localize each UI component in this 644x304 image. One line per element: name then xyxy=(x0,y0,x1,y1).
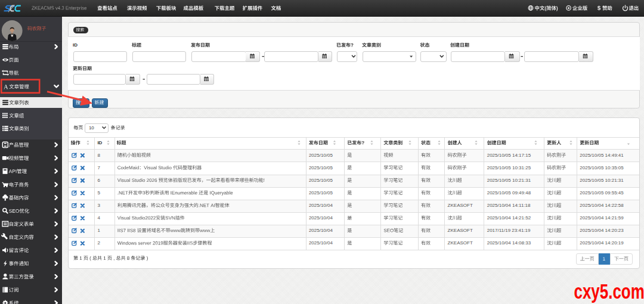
svg-text:1: 1 xyxy=(97,228,100,233)
svg-text:2025/10/04 14:08:33: 2025/10/04 14:08:33 xyxy=(487,240,531,246)
svg-text:2025/10/04: 2025/10/04 xyxy=(309,203,333,208)
svg-text:2025/10/05 14:17:15: 2025/10/05 14:17:15 xyxy=(487,153,531,158)
svg-text:3: 3 xyxy=(97,203,100,208)
svg-text:2025/10/04 14:21:52: 2025/10/04 14:21:52 xyxy=(487,215,531,221)
svg-text:2025/10/04 14:22:58: 2025/10/04 14:22:58 xyxy=(580,203,624,208)
svg-text:ZKEASOFT: ZKEASOFT xyxy=(448,203,473,208)
svg-text:2025/10/04: 2025/10/04 xyxy=(309,240,333,246)
svg-text:2025/10/04 14:21:59: 2025/10/04 14:21:59 xyxy=(580,215,624,221)
svg-text:2025/10/04 14:20:23: 2025/10/04 14:20:23 xyxy=(580,228,624,233)
svg-text:ZKEASOFT: ZKEASOFT xyxy=(448,240,473,246)
svg-text:2025/10/05: 2025/10/05 xyxy=(309,165,333,170)
svg-text:8: 8 xyxy=(97,153,100,158)
svg-text:2025/10/05 10:35:05: 2025/10/05 10:35:05 xyxy=(580,165,624,170)
svg-text:ZKEASOFT: ZKEASOFT xyxy=(448,228,473,233)
svg-text:2: 2 xyxy=(97,240,100,246)
svg-text:2025/10/05 10:21:31: 2025/10/05 10:21:31 xyxy=(487,178,531,183)
svg-text:2025/10/05 09:55:45: 2025/10/05 09:55:45 xyxy=(580,190,624,196)
svg-text:2025/10/05 10:31:25: 2025/10/05 10:31:25 xyxy=(487,165,531,170)
svg-text:10: 10 xyxy=(89,125,94,131)
svg-text:cxy5.com: cxy5.com xyxy=(574,280,644,303)
svg-text:2025/10/05: 2025/10/05 xyxy=(309,153,333,158)
svg-text:7: 7 xyxy=(97,165,100,170)
svg-text:2017/11/19 23:41:19: 2017/11/19 23:41:19 xyxy=(487,228,531,233)
svg-text:ID: ID xyxy=(97,140,102,145)
svg-text:4: 4 xyxy=(97,215,100,221)
svg-text:ID: ID xyxy=(73,42,78,48)
svg-text:2025/10/05 09:49:48: 2025/10/05 09:49:48 xyxy=(487,190,531,196)
svg-text:5: 5 xyxy=(97,190,100,196)
svg-text:2025/10/05: 2025/10/05 xyxy=(309,190,333,196)
svg-text:6: 6 xyxy=(97,178,100,183)
svg-text:2025/10/04: 2025/10/04 xyxy=(309,228,333,233)
svg-text:2025/10/04 14:11:18: 2025/10/04 14:11:18 xyxy=(487,203,531,208)
svg-text:2025/10/05 10:21:31: 2025/10/05 10:21:31 xyxy=(580,178,624,183)
svg-text:2025/10/05 14:49:41: 2025/10/05 14:49:41 xyxy=(580,153,624,158)
svg-text:2025/10/05: 2025/10/05 xyxy=(309,178,333,183)
svg-text:2025/10/04: 2025/10/04 xyxy=(309,215,333,221)
svg-text:2025/10/04 14:20:19: 2025/10/04 14:20:19 xyxy=(580,240,624,246)
